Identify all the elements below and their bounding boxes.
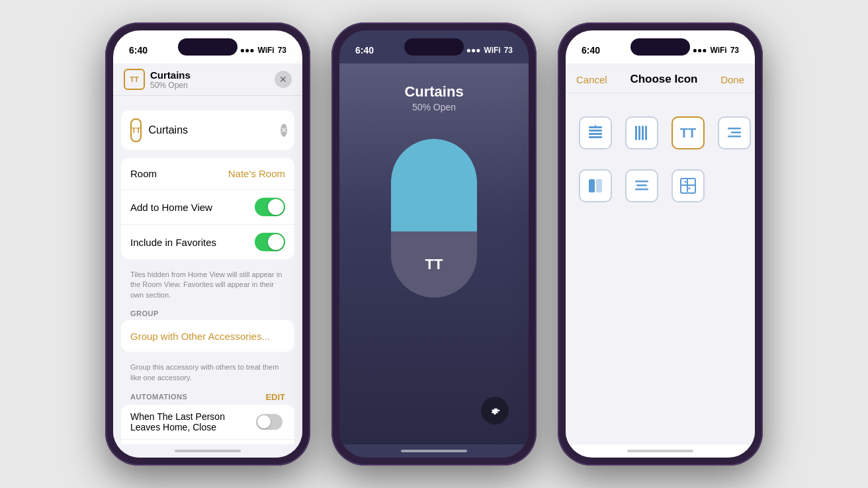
cancel-button[interactable]: Cancel [576, 74, 607, 85]
name-icon-preview[interactable]: TT [130, 118, 142, 142]
signal-icon-3: ●●● [693, 46, 707, 55]
status-icons-2: ●●● WiFi 73 [466, 46, 513, 55]
home-indicator-2 [339, 444, 529, 458]
header-title-group: Curtains 50% Open [150, 69, 191, 90]
curtain-widget[interactable]: TT [391, 139, 477, 298]
done-button[interactable]: Done [720, 74, 744, 85]
battery-icon: 73 [278, 46, 286, 55]
svg-rect-18 [681, 184, 695, 186]
vertical-blinds-icon [632, 123, 652, 143]
add-home-row: Add to Home View [121, 190, 294, 225]
group-helper: Group this accessory with others to trea… [113, 360, 302, 388]
favorites-toggle[interactable] [255, 233, 285, 251]
svg-point-21 [685, 181, 687, 183]
phone-2: 6:40 ●●● WiFi 73 Curtains 50% Open TT [331, 22, 537, 466]
svg-rect-12 [589, 179, 595, 192]
gear-icon [488, 404, 501, 417]
home-indicator-3 [566, 444, 755, 458]
curtain-bottom: TT [391, 231, 477, 298]
phone-3-screen: 6:40 ●●● WiFi 73 Cancel Choose Icon Done [566, 30, 755, 458]
curtains-title: Curtains [404, 83, 463, 101]
icon-cell-6[interactable] [625, 166, 658, 206]
lines-right-icon [724, 123, 744, 143]
room-value: Nate's Room [228, 168, 285, 179]
center-lines-icon [632, 176, 652, 196]
status-time-3: 6:40 [582, 45, 600, 56]
group-link[interactable]: Group with Other Accessories... [130, 331, 270, 342]
settings-header: TT Curtains 50% Open ✕ [113, 63, 302, 96]
wifi-icon: WiFi [257, 46, 274, 55]
add-home-toggle[interactable] [255, 198, 285, 216]
icon-box-7[interactable] [672, 169, 705, 202]
svg-rect-6 [638, 126, 640, 140]
group-card: Group with Other Accessories... [121, 320, 294, 352]
dynamic-island-1 [178, 38, 238, 56]
icon-cell-5[interactable] [579, 166, 612, 206]
blinds-closed-icon [586, 123, 605, 143]
header-subtitle: 50% Open [150, 81, 191, 90]
auto-toggle-1[interactable] [256, 414, 282, 430]
clear-button[interactable]: ✕ [281, 124, 287, 137]
header-icon: TT [124, 69, 145, 90]
svg-point-22 [689, 188, 691, 190]
curtain-panel-icon [586, 176, 605, 196]
svg-rect-19 [687, 179, 688, 184]
group-row[interactable]: Group with Other Accessories... [121, 320, 294, 352]
room-row[interactable]: Room Nate's Room [121, 158, 294, 190]
name-input[interactable] [148, 124, 281, 136]
auto-section-label: AUTOMATIONS [130, 393, 187, 401]
curtains-subtitle: 50% Open [412, 102, 456, 112]
group-section-label: GROUP [113, 305, 302, 320]
battery-icon-3: 73 [730, 46, 739, 55]
icon-box-3[interactable]: TT [672, 116, 705, 149]
favorites-row: Include in Favorites [121, 225, 294, 259]
home-bar-1 [175, 450, 241, 452]
header-title: Curtains [150, 69, 191, 81]
svg-rect-16 [635, 188, 648, 190]
choose-icon-title: Choose Icon [630, 73, 697, 86]
icon-box-4[interactable] [718, 116, 751, 149]
name-row: TT ✕ [121, 110, 294, 150]
icon-cell-1[interactable] [579, 113, 612, 153]
auto-text-1: When The Last Person Leaves Home, Close [130, 411, 256, 432]
icon-cell-2[interactable] [625, 113, 658, 153]
favorites-helper: Tiles hidden from Home View will still a… [113, 267, 302, 305]
icon-grid: TT [566, 93, 755, 225]
icon-screen: Cancel Choose Icon Done [566, 63, 755, 444]
automation-row-1: When The Last Person Leaves Home, Close [121, 405, 294, 440]
cabinet-icon [678, 176, 698, 196]
home-indicator-1 [113, 444, 302, 458]
gear-button[interactable] [481, 397, 509, 425]
svg-rect-4 [595, 125, 596, 127]
dynamic-island-3 [630, 38, 690, 56]
automation-row-2[interactable]: Nate's Curtains Open — Weekdays Only whe… [121, 440, 294, 444]
icon-cell-4[interactable] [718, 113, 751, 153]
battery-icon-2: 73 [504, 46, 513, 55]
icon-cell-3[interactable]: TT [672, 113, 705, 153]
icon-box-2[interactable] [625, 116, 658, 149]
status-time-1: 6:40 [129, 45, 148, 56]
auto-edit-button[interactable]: EDIT [265, 392, 285, 402]
status-icons-1: ●●● WiFi 73 [240, 46, 286, 55]
svg-rect-9 [728, 128, 741, 130]
close-button[interactable]: ✕ [275, 71, 292, 88]
svg-rect-13 [596, 179, 602, 192]
home-bar-2 [401, 450, 467, 452]
svg-rect-2 [589, 133, 602, 135]
curtain-top [391, 139, 477, 231]
phone-2-screen: 6:40 ●●● WiFi 73 Curtains 50% Open TT [339, 30, 529, 458]
svg-rect-14 [635, 181, 648, 183]
icon-box-1[interactable] [579, 116, 612, 149]
phone-1-screen: 6:40 ●●● WiFi 73 TT Curtains 50% Open [113, 30, 302, 458]
svg-rect-7 [642, 126, 644, 140]
automations-card: When The Last Person Leaves Home, Close … [121, 405, 294, 444]
home-bar-3 [627, 450, 693, 452]
icon-box-5[interactable] [579, 169, 612, 202]
icon-cell-7[interactable] [672, 166, 705, 206]
add-home-label: Add to Home View [130, 202, 255, 213]
header-left: TT Curtains 50% Open [124, 69, 191, 90]
name-card: TT ✕ [121, 110, 294, 150]
main-settings-card: Room Nate's Room Add to Home View Includ… [121, 158, 294, 259]
icon-box-6[interactable] [625, 169, 658, 202]
wifi-icon-3: WiFi [710, 46, 726, 55]
